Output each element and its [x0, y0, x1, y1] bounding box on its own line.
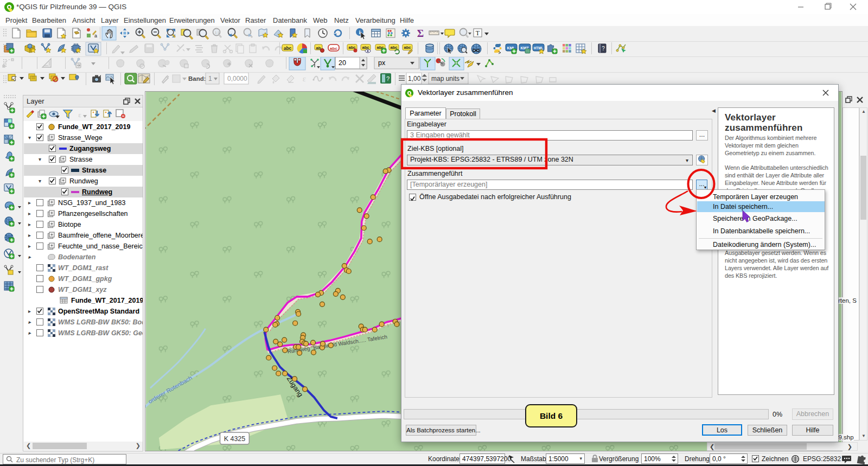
svg-text:0,0000: 0,0000	[227, 75, 247, 82]
svg-text:map units: map units	[431, 75, 459, 82]
svg-text:1:1: 1:1	[215, 31, 220, 34]
svg-text:ab: ab	[316, 46, 321, 50]
svg-text:?: ?	[386, 75, 390, 82]
svg-text:px: px	[378, 59, 386, 67]
svg-text:a: a	[94, 33, 97, 39]
svg-text:1: 1	[208, 75, 212, 82]
svg-text:Band:: Band:	[188, 75, 206, 82]
svg-text:20: 20	[339, 59, 346, 67]
svg-text:K 4325: K 4325	[224, 435, 246, 443]
svg-text:abc: abc	[330, 46, 337, 51]
svg-text:i: i	[359, 29, 360, 35]
svg-text:HTML: HTML	[534, 46, 544, 50]
svg-text:Σ: Σ	[417, 28, 424, 39]
svg-text:1,00: 1,00	[408, 75, 421, 82]
svg-text:T: T	[476, 29, 480, 37]
